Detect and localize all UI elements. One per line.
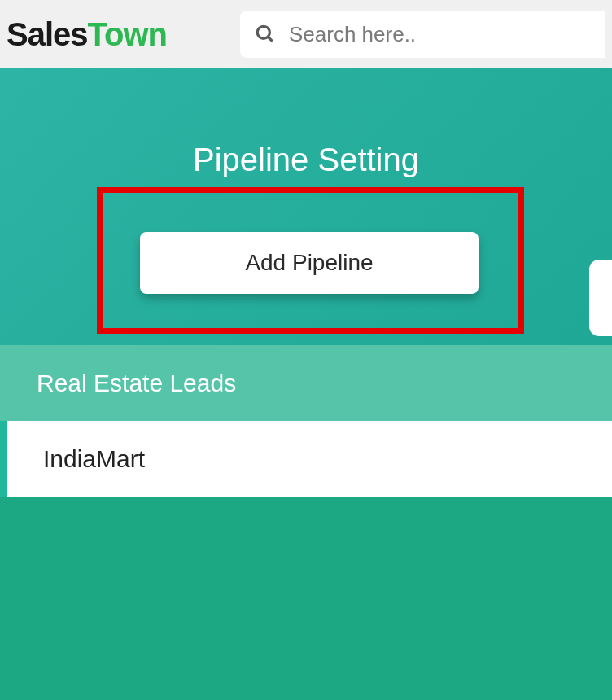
- logo[interactable]: SalesTown: [7, 16, 167, 53]
- pipeline-list: Real Estate Leads IndiaMart: [0, 345, 612, 497]
- bottom-area: [0, 497, 612, 700]
- page-title: Pipeline Setting: [193, 142, 419, 178]
- svg-line-1: [268, 37, 272, 41]
- logo-part2: Town: [88, 16, 167, 52]
- pipeline-item-real-estate[interactable]: Real Estate Leads: [0, 345, 612, 421]
- header: SalesTown: [0, 0, 612, 68]
- pipeline-item-label: IndiaMart: [43, 445, 145, 473]
- search-container[interactable]: [240, 11, 605, 58]
- logo-part1: Sales: [7, 16, 88, 52]
- search-icon: [255, 24, 276, 45]
- svg-point-0: [257, 26, 269, 38]
- search-input[interactable]: [289, 22, 591, 47]
- side-shape: [589, 260, 612, 336]
- pipeline-item-indiamart[interactable]: IndiaMart: [0, 421, 612, 497]
- pipeline-item-label: Real Estate Leads: [37, 370, 236, 397]
- highlight-annotation: [97, 187, 524, 334]
